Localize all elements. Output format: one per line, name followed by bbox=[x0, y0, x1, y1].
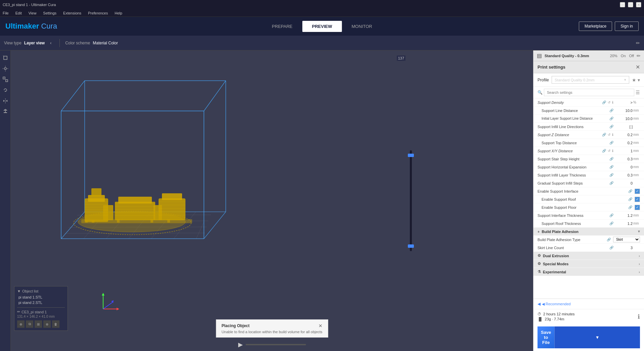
menu-file[interactable]: File bbox=[1, 10, 10, 16]
link-icon-gradual-support-infill-steps[interactable]: 🔗 bbox=[609, 181, 614, 185]
undo-icon-support-z-distance[interactable]: ↺ bbox=[607, 133, 611, 136]
link-icon-initial-layer-sld[interactable]: 🔗 bbox=[609, 117, 614, 120]
select-build-plate-adhesion-type[interactable]: Skirt Brim Raft None bbox=[613, 237, 640, 242]
section-experimental[interactable]: ⚗ Experimental › bbox=[533, 268, 644, 276]
print-settings-close-button[interactable]: ✕ bbox=[636, 64, 640, 70]
section-special-modes[interactable]: ⚙ Special Modes › bbox=[533, 260, 644, 268]
slider-track[interactable] bbox=[410, 150, 412, 251]
slider-thumb-top[interactable] bbox=[408, 154, 414, 157]
info-button[interactable]: ℹ bbox=[638, 313, 640, 320]
minimize-button[interactable]: ─ bbox=[620, 2, 625, 7]
link-icon-support-stair-step-height[interactable]: 🔗 bbox=[609, 157, 614, 161]
profile-star-button[interactable]: ★ bbox=[632, 77, 636, 83]
link-icon-support-z-distance[interactable]: 🔗 bbox=[602, 133, 606, 136]
link-icon-support-infill-line-dirs[interactable]: 🔗 bbox=[609, 125, 614, 128]
menu-preferences[interactable]: Preferences bbox=[87, 10, 109, 16]
obj-tool-group[interactable]: ⊞ bbox=[35, 320, 42, 328]
profile-menu-button[interactable]: ▾ bbox=[638, 77, 640, 83]
viewport[interactable]: 137 ▼ Object list pi stand 1.STL pi stan… bbox=[11, 50, 533, 351]
svg-line-37 bbox=[69, 227, 207, 227]
recommended-button[interactable]: ◀ ◀ Recommended bbox=[533, 299, 644, 309]
section-toggle-special-modes[interactable]: › bbox=[639, 262, 640, 266]
object-list-toggle-icon[interactable]: ▼ bbox=[17, 289, 21, 293]
checkbox-enable-support-floor[interactable]: ✓ bbox=[635, 205, 640, 210]
link-icon-enable-support-interface[interactable]: 🔗 bbox=[628, 189, 633, 193]
search-icon: 🔍 bbox=[538, 90, 543, 95]
link-icon-support-line-distance[interactable]: 🔗 bbox=[609, 109, 614, 112]
link-icon-support-infill-layer-thickness[interactable]: 🔗 bbox=[609, 173, 614, 177]
close-button[interactable]: ✕ bbox=[636, 2, 641, 7]
link-icon-support-density[interactable]: 🔗 bbox=[602, 101, 606, 104]
undo-icon-support-xy-distance[interactable]: ↺ bbox=[607, 149, 611, 153]
setting-unit-support-top-distance: mm bbox=[633, 141, 640, 145]
section-toggle-experimental[interactable]: › bbox=[639, 270, 640, 274]
tab-prepare[interactable]: PREPARE bbox=[262, 21, 302, 32]
menu-edit[interactable]: Edit bbox=[14, 10, 23, 16]
obj-tool-delete[interactable]: 🗑 bbox=[52, 320, 59, 328]
setting-icons-support-roof-thickness: 🔗 bbox=[609, 222, 614, 225]
print-settings-header: Print settings ✕ bbox=[533, 61, 644, 73]
link-icon-support-top-distance[interactable]: 🔗 bbox=[609, 141, 614, 145]
save-to-file-button[interactable]: Save to File bbox=[538, 326, 554, 348]
undo-icon-support-density[interactable]: ↺ bbox=[607, 101, 611, 104]
setting-icons-gradual-support-infill-steps: 🔗 bbox=[609, 181, 614, 185]
info-icon-support-xy-distance[interactable]: ℹ bbox=[612, 149, 614, 153]
profile-select[interactable]: Standard Quality 0.2mm ▾ bbox=[552, 76, 629, 84]
link-icon-support-interface-thickness[interactable]: 🔗 bbox=[609, 213, 614, 217]
tab-preview[interactable]: PREVIEW bbox=[302, 21, 342, 32]
obj-tool-clone[interactable]: ⧉ bbox=[26, 320, 33, 328]
setting-unit-support-z-distance: mm bbox=[633, 133, 640, 136]
link-icon-skirt-line-count[interactable]: 🔗 bbox=[609, 246, 614, 249]
info-icon-support-density[interactable]: ℹ bbox=[612, 101, 614, 104]
setting-value-initial-layer-sld: 10.0 bbox=[616, 117, 633, 121]
tool-scale[interactable] bbox=[1, 75, 10, 84]
tool-move[interactable] bbox=[1, 64, 10, 73]
menu-settings[interactable]: Settings bbox=[42, 10, 58, 16]
checkbox-enable-support-roof[interactable]: ✓ bbox=[635, 197, 640, 202]
tab-monitor[interactable]: MONITOR bbox=[342, 21, 382, 32]
link-icon-support-horiz-expansion[interactable]: 🔗 bbox=[609, 165, 614, 169]
window-controls[interactable]: ─ □ ✕ bbox=[620, 2, 641, 7]
view-type-collapse[interactable]: ‹ bbox=[47, 39, 54, 47]
marketplace-button[interactable]: Marketplace bbox=[579, 22, 612, 31]
link-icon-enable-support-floor[interactable]: 🔗 bbox=[628, 205, 633, 209]
slider-thumb-bottom[interactable] bbox=[408, 244, 414, 248]
tool-rotate[interactable] bbox=[1, 85, 10, 95]
object-item-1[interactable]: pi stand 1.STL bbox=[17, 295, 65, 300]
checkbox-enable-support-interface[interactable]: ✓ bbox=[635, 189, 640, 194]
tool-mirror[interactable] bbox=[1, 96, 10, 106]
notification-close-button[interactable]: ✕ bbox=[318, 323, 323, 328]
info-icon-support-z-distance[interactable]: ℹ bbox=[612, 133, 614, 136]
save-dropdown-button[interactable]: ▼ bbox=[554, 326, 640, 348]
link-icon-support-xy-distance[interactable]: 🔗 bbox=[602, 149, 606, 153]
section-toggle-dual-extrusion[interactable]: › bbox=[639, 254, 640, 258]
maximize-button[interactable]: □ bbox=[628, 2, 633, 7]
material-icon: ▐▌ bbox=[538, 317, 543, 321]
search-input[interactable] bbox=[544, 89, 634, 96]
signin-button[interactable]: Sign in bbox=[615, 22, 639, 31]
link-icon-build-plate-adhesion-type[interactable]: 🔗 bbox=[606, 238, 611, 241]
svg-line-31 bbox=[129, 212, 151, 239]
section-build-plate-adhesion[interactable]: + Build Plate Adhesion ▾ bbox=[533, 228, 644, 236]
link-icon-enable-support-roof[interactable]: 🔗 bbox=[628, 197, 633, 201]
section-toggle-build-plate-adhesion[interactable]: ▾ bbox=[638, 229, 640, 234]
play-button[interactable]: ▶ bbox=[238, 341, 243, 348]
search-menu-button[interactable]: ☰ bbox=[636, 90, 640, 95]
obj-tool-center[interactable]: ⊕ bbox=[17, 320, 25, 328]
quality-edit-button[interactable]: ✏ bbox=[637, 53, 641, 58]
svg-line-78 bbox=[103, 302, 113, 309]
tool-support[interactable] bbox=[1, 107, 10, 116]
section-dual-extrusion[interactable]: ⚙ Dual Extrusion › bbox=[533, 252, 644, 260]
tool-select[interactable] bbox=[1, 53, 10, 63]
settings-edit-button[interactable]: ✏ bbox=[636, 40, 640, 46]
playback-progress-bar[interactable] bbox=[246, 344, 306, 345]
menu-view[interactable]: View bbox=[27, 10, 38, 16]
setting-icons-enable-support-interface: 🔗 bbox=[628, 189, 633, 193]
obj-tool-multiply[interactable]: ⊗ bbox=[43, 320, 51, 328]
link-icon-support-roof-thickness[interactable]: 🔗 bbox=[609, 222, 614, 225]
setting-value-support-density: > bbox=[616, 101, 633, 105]
menu-help[interactable]: Help bbox=[113, 10, 124, 16]
setting-value-gradual-support-infill-steps: 0 bbox=[616, 181, 633, 185]
object-item-2[interactable]: pi stand 2.STL bbox=[17, 300, 65, 305]
menu-extensions[interactable]: Extensions bbox=[62, 10, 83, 16]
